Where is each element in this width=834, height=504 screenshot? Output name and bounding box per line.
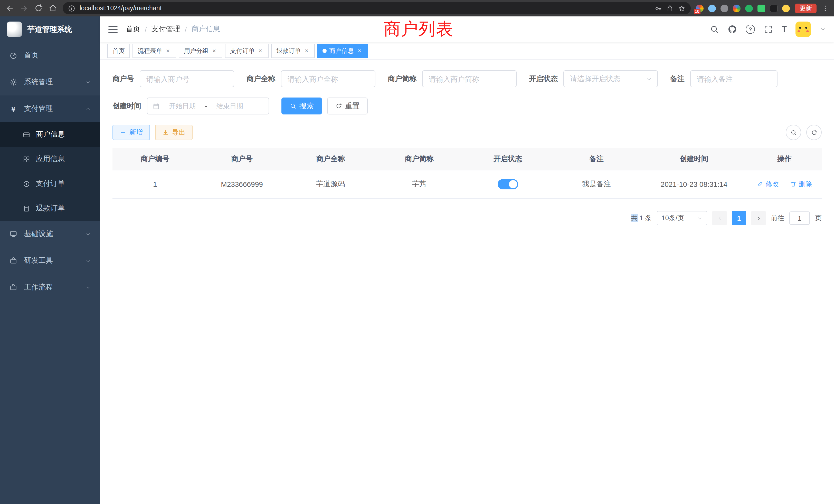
- tab-home[interactable]: 首页: [107, 44, 130, 58]
- app-grid-icon: [23, 155, 30, 163]
- reload-icon[interactable]: [34, 4, 43, 13]
- tab-close-icon[interactable]: ×: [304, 48, 310, 54]
- add-button-label: 新增: [129, 128, 143, 137]
- tab-label: 支付订单: [230, 46, 255, 55]
- tab-refund-order[interactable]: 退款订单 ×: [271, 44, 315, 58]
- sidebar-item-system[interactable]: 系统管理: [0, 69, 100, 95]
- col-header: 创建时间: [641, 148, 747, 170]
- fullscreen-icon[interactable]: [764, 25, 773, 34]
- share-icon[interactable]: [666, 4, 674, 12]
- tab-close-icon[interactable]: ×: [165, 48, 171, 54]
- tab-close-icon[interactable]: ×: [257, 48, 263, 54]
- tab-merchant-info[interactable]: 商户信息 ×: [317, 44, 368, 58]
- page-unit-label: 页: [815, 213, 822, 223]
- end-date-input[interactable]: [209, 101, 250, 110]
- extension-icon[interactable]: 10: [696, 4, 704, 12]
- github-icon[interactable]: [728, 25, 737, 34]
- sidebar-item-home[interactable]: 首页: [0, 42, 100, 69]
- bookmark-star-icon[interactable]: [678, 4, 686, 12]
- tab-user-group[interactable]: 用户分组 ×: [179, 44, 222, 58]
- extension-icon[interactable]: [733, 4, 741, 12]
- next-page-button[interactable]: [751, 211, 766, 225]
- sidebar-item-label: 商户信息: [36, 130, 65, 139]
- tab-process-form[interactable]: 流程表单 ×: [132, 44, 176, 58]
- active-tab-dot: [323, 49, 327, 53]
- sidebar-item-app-info[interactable]: 应用信息: [0, 147, 100, 171]
- extension-icon[interactable]: [745, 4, 753, 12]
- url-text[interactable]: localhost:1024/pay/merchant: [80, 5, 162, 12]
- app: 芋道管理系统 首页 系统管理 ¥ 支付管理 商户信息: [0, 17, 834, 504]
- tab-close-icon[interactable]: ×: [356, 48, 363, 54]
- export-button[interactable]: 导出: [155, 125, 193, 140]
- help-icon[interactable]: ?: [746, 25, 755, 34]
- navbar-actions: ? T: [710, 22, 826, 37]
- caret-down-icon[interactable]: [820, 26, 826, 32]
- filter-merchant-no: 商户号: [112, 70, 234, 87]
- sidebar-item-devtools[interactable]: 研发工具: [0, 247, 100, 274]
- user-avatar[interactable]: [795, 22, 811, 37]
- search-button[interactable]: 搜索: [281, 97, 322, 114]
- delete-link[interactable]: 删除: [790, 180, 812, 189]
- extension-icon[interactable]: [770, 4, 777, 12]
- select-caret-icon: [697, 215, 703, 221]
- date-range-picker[interactable]: -: [147, 97, 269, 114]
- hamburger-icon[interactable]: [108, 26, 117, 33]
- status-select[interactable]: 请选择开启状态: [563, 70, 658, 87]
- sidebar-item-label: 退款订单: [36, 204, 65, 213]
- cell-full-name: 芋道源码: [286, 170, 375, 198]
- merchant-short-input[interactable]: [422, 70, 517, 87]
- tab-close-icon[interactable]: ×: [211, 48, 217, 54]
- sidebar-logo[interactable]: 芋道管理系统: [0, 17, 100, 42]
- site-info-icon[interactable]: [68, 4, 75, 12]
- page-size-select[interactable]: 10条/页: [657, 211, 707, 225]
- sidebar-item-pay[interactable]: ¥ 支付管理: [0, 95, 100, 122]
- sidebar-item-merchant-info[interactable]: 商户信息: [0, 122, 100, 147]
- start-date-input[interactable]: [162, 101, 203, 110]
- extension-icon[interactable]: [782, 4, 790, 12]
- font-size-icon[interactable]: T: [782, 25, 787, 33]
- password-key-icon[interactable]: [654, 4, 662, 12]
- delete-link-label: 删除: [799, 180, 812, 189]
- gear-icon: [9, 78, 18, 86]
- extension-icon[interactable]: [758, 4, 765, 12]
- extension-icon[interactable]: [721, 4, 728, 12]
- sidebar-item-label: 系统管理: [24, 77, 53, 87]
- merchant-no-input[interactable]: [140, 70, 234, 87]
- reset-button[interactable]: 重置: [327, 97, 368, 114]
- merchant-name-input[interactable]: [281, 70, 375, 87]
- breadcrumb-item[interactable]: 首页: [126, 25, 140, 34]
- search-icon[interactable]: [710, 25, 719, 34]
- sidebar-item-infra[interactable]: 基础设施: [0, 221, 100, 247]
- sidebar-item-pay-order[interactable]: 支付订单: [0, 171, 100, 196]
- edit-link[interactable]: 修改: [757, 180, 779, 189]
- browser-update-button[interactable]: 更新: [795, 3, 816, 13]
- sidebar-item-label: 基础设施: [24, 229, 53, 239]
- sidebar-item-workflow[interactable]: 工作流程: [0, 274, 100, 301]
- screen: localhost:1024/pay/merchant 10 更新 芋道管理系统: [0, 0, 834, 504]
- breadcrumb: 首页 / 支付管理 / 商户信息: [126, 25, 220, 34]
- address-bar[interactable]: localhost:1024/pay/merchant: [63, 2, 691, 14]
- chevron-up-icon: [85, 106, 91, 112]
- breadcrumb-item[interactable]: 支付管理: [152, 25, 180, 34]
- dashboard-icon: [9, 51, 18, 60]
- sidebar-item-refund-order[interactable]: 退款订单: [0, 196, 100, 221]
- forward-icon[interactable]: [20, 4, 29, 13]
- toggle-search-button[interactable]: [786, 125, 801, 140]
- monitor-icon: [9, 230, 18, 238]
- goto-page-input[interactable]: [789, 211, 810, 225]
- refresh-table-button[interactable]: [806, 125, 822, 140]
- home-icon[interactable]: [48, 4, 58, 13]
- remark-input[interactable]: [690, 70, 777, 87]
- chevron-down-icon: [85, 284, 91, 290]
- browser-menu-icon[interactable]: [822, 4, 829, 12]
- cell-remark: 我是备注: [552, 170, 641, 198]
- prev-page-button[interactable]: [712, 211, 727, 225]
- tab-pay-order[interactable]: 支付订单 ×: [225, 44, 269, 58]
- status-toggle[interactable]: [498, 179, 518, 189]
- table-toolbar: 新增 导出: [112, 125, 822, 140]
- extension-icon[interactable]: [708, 4, 716, 12]
- page-number-button[interactable]: 1: [732, 211, 746, 225]
- add-button[interactable]: 新增: [112, 125, 150, 140]
- filter-row-2: 创建时间 - 搜索: [112, 97, 822, 114]
- back-icon[interactable]: [5, 4, 14, 13]
